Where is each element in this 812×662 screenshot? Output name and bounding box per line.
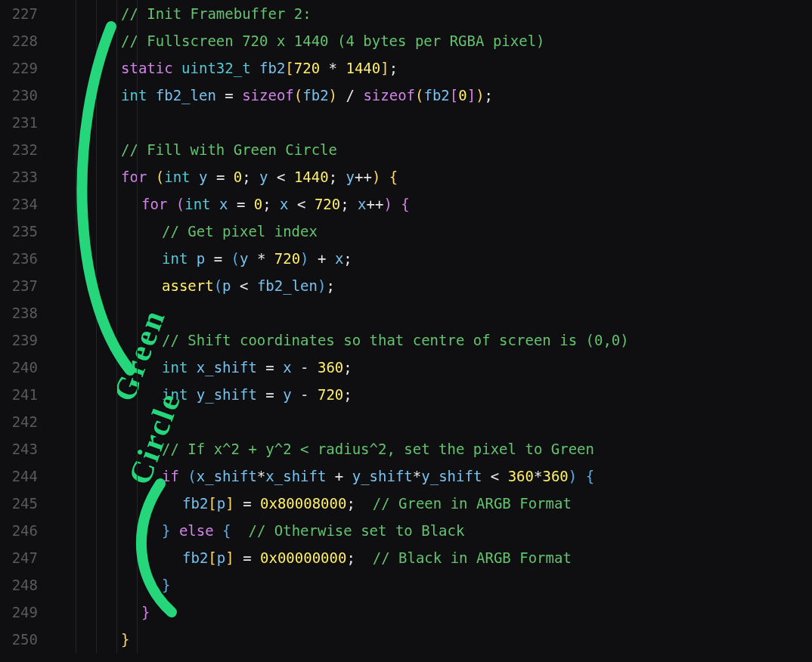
token: ; (326, 277, 334, 294)
token: ( (176, 196, 184, 212)
token: sizeof (363, 87, 415, 104)
token: // Init Framebuffer 2: (121, 5, 311, 22)
token: x (283, 359, 291, 376)
token: < (231, 277, 257, 294)
token: ] (467, 87, 476, 104)
token: uint32_t (181, 60, 259, 76)
line-number: 227 (0, 0, 38, 27)
code-line[interactable]: // Fullscreen 720 x 1440 (4 bytes per RG… (51, 27, 812, 54)
token: 360 (318, 359, 343, 376)
token: ; (389, 60, 398, 76)
code-line[interactable]: for (int x = 0; x < 720; x++) { (51, 190, 812, 218)
token: ( (415, 87, 423, 104)
token: { (586, 468, 594, 484)
token: fb2 (182, 495, 208, 512)
token: fb2 (182, 549, 208, 566)
token: * (320, 60, 346, 76)
code-line[interactable]: } (51, 599, 812, 626)
token: p (222, 277, 231, 294)
token: } (162, 577, 170, 593)
code-line[interactable]: int fb2_len = sizeof(fb2) / sizeof(fb2[0… (51, 82, 812, 109)
token: ( (156, 169, 164, 185)
code-line[interactable]: fb2[p] = 0x80008000; // Green in ARGB Fo… (51, 490, 812, 517)
token (231, 522, 249, 539)
token: < (289, 196, 315, 212)
token: ( (231, 250, 240, 267)
line-number: 245 (0, 490, 38, 517)
line-number: 241 (0, 381, 38, 408)
token: < (268, 169, 294, 185)
token: fb2 (302, 87, 328, 104)
line-number: 250 (0, 626, 38, 653)
code-line[interactable]: // Init Framebuffer 2: (51, 0, 812, 27)
line-number: 238 (0, 299, 38, 326)
token: * (413, 468, 421, 484)
token: } (141, 604, 150, 620)
token: ) (372, 169, 380, 185)
token: y_shift (421, 468, 482, 484)
token (380, 169, 389, 185)
token: else (179, 522, 222, 539)
line-number: 228 (0, 27, 38, 54)
token: < (482, 468, 507, 484)
code-line[interactable]: // Get pixel index (51, 218, 812, 245)
token: sizeof (242, 87, 294, 104)
token: p (197, 250, 205, 267)
token: ; (346, 549, 372, 566)
token: y (259, 169, 268, 185)
token: ; (485, 87, 493, 104)
code-line[interactable]: } else { // Otherwise set to Black (51, 517, 812, 544)
line-number: 232 (0, 136, 38, 163)
token: // Black in ARGB Format (373, 549, 572, 566)
code-line[interactable]: } (51, 571, 812, 599)
line-number: 239 (0, 326, 38, 354)
token: // Fill with Green Circle (121, 141, 337, 158)
token: + (326, 468, 352, 484)
token: ) (569, 468, 577, 484)
code-line[interactable] (51, 109, 812, 136)
code-line[interactable]: int p = (y * 720) + x; (51, 245, 812, 272)
code-line[interactable]: } (51, 626, 812, 653)
code-line[interactable]: // Fill with Green Circle (51, 136, 812, 163)
token: ++ (355, 169, 372, 185)
token: // Get pixel index (162, 223, 318, 240)
token: // Otherwise set to Black (248, 522, 464, 539)
token: p (217, 495, 225, 512)
token: * (534, 468, 542, 484)
token: 1440 (294, 169, 329, 185)
code-line[interactable]: static uint32_t fb2[720 * 1440]; (51, 54, 812, 82)
token: 0 (254, 196, 262, 212)
token: { (389, 169, 398, 185)
token: 0 (234, 169, 242, 185)
line-number: 248 (0, 571, 38, 599)
token: ] (225, 495, 234, 512)
token: ) (318, 277, 326, 294)
token: 1440 (346, 60, 380, 76)
code-line[interactable]: fb2[p] = 0x00000000; // Black in ARGB Fo… (51, 544, 812, 571)
token: ; (340, 196, 358, 212)
token: int (121, 87, 156, 104)
line-number-gutter: 2272282292302312322332342352362372382392… (0, 0, 47, 653)
token: ; (242, 169, 259, 185)
token: y (199, 169, 207, 185)
token: x_shift (197, 359, 257, 376)
line-number: 229 (0, 54, 38, 82)
token: x (358, 196, 366, 212)
code-area[interactable]: Green Circle // Init Framebuffer 2:// Fu… (47, 0, 812, 653)
token: = (205, 250, 231, 267)
token: ( (214, 277, 222, 294)
token: int (164, 169, 199, 185)
code-editor[interactable]: 2272282292302312322332342352362372382392… (0, 0, 812, 653)
line-number: 244 (0, 462, 38, 490)
token: ) (476, 87, 484, 104)
token: = (207, 169, 233, 185)
line-number: 240 (0, 354, 38, 381)
token: = (257, 386, 283, 403)
token: // Fullscreen 720 x 1440 (4 bytes per RG… (121, 32, 545, 49)
token: { (401, 196, 409, 212)
token: 360 (542, 468, 568, 484)
token: 0x80008000 (260, 495, 346, 512)
code-line[interactable]: assert(p < fb2_len); (51, 272, 812, 299)
code-line[interactable]: for (int y = 0; y < 1440; y++) { (51, 163, 812, 190)
token: ) (329, 87, 337, 104)
